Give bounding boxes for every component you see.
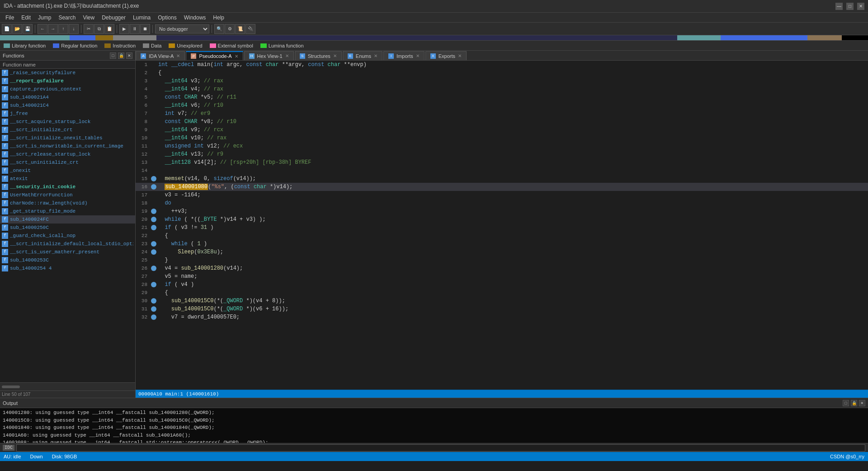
debugger-selector[interactable]: No debugger: [155, 24, 209, 33]
line-num-8: 8: [137, 119, 151, 124]
func-item-6[interactable]: f __scrt_acquire_startup_lock: [0, 118, 135, 126]
functions-float-btn[interactable]: □: [110, 52, 116, 59]
func-item-23[interactable]: f sub_14000253C: [0, 256, 135, 264]
toolbar-script[interactable]: 📜: [235, 24, 245, 34]
toolbar-cut[interactable]: ✂: [84, 24, 94, 34]
menu-help[interactable]: Help: [209, 14, 228, 22]
code-line-21: 21 if ( v3 != 31 ): [136, 224, 868, 232]
code-line-9: 9 __int64 v9; // rcx: [136, 126, 868, 134]
func-item-5[interactable]: f j_free: [0, 109, 135, 118]
functions-list[interactable]: f _raise_securityfailure f __report_gsfa…: [0, 69, 135, 382]
menu-view[interactable]: View: [79, 14, 98, 22]
func-item-12[interactable]: f _onexit: [0, 167, 135, 175]
line-dot-30: [151, 298, 156, 304]
toolbar-down[interactable]: ↓: [69, 24, 79, 34]
func-item-2[interactable]: f capture_previous_context: [0, 85, 135, 93]
tab-label-import: Imports: [396, 53, 413, 59]
menu-lumina[interactable]: Lumina: [129, 14, 154, 22]
toolbar-plugin[interactable]: 🔌: [245, 24, 255, 34]
code-view[interactable]: 1 int __cdecl main(int argc, const char …: [136, 61, 868, 390]
tab-close-struct[interactable]: ✕: [333, 53, 337, 58]
line-code-3: __int64 v3; // rax: [158, 78, 223, 84]
menu-debugger[interactable]: Debugger: [98, 14, 129, 22]
toolbar-stop[interactable]: ⏹: [140, 24, 150, 34]
toolbar-settings[interactable]: ⚙: [225, 24, 235, 34]
func-item-8[interactable]: f __scrt_initialize_onexit_tables: [0, 134, 135, 142]
func-item-10[interactable]: f __scrt_release_startup_lock: [0, 150, 135, 158]
func-name-21: __scrt_initialize_default_local_stdio_op…: [10, 241, 133, 247]
func-item-9[interactable]: f __scrt_is_nonwritable_in_current_image: [0, 142, 135, 150]
minimize-button[interactable]: —: [835, 3, 843, 10]
func-item-24[interactable]: f sub_14000254 4: [0, 264, 135, 272]
toolbar-open[interactable]: 📂: [12, 24, 22, 34]
tab-close-enum[interactable]: ✕: [374, 53, 377, 58]
func-item-22[interactable]: f __scrt_is_user_matherr_present: [0, 248, 135, 256]
output-close-btn[interactable]: ✕: [859, 400, 865, 406]
tab-close-hex[interactable]: ✕: [285, 53, 289, 58]
close-button[interactable]: ✕: [857, 3, 864, 10]
menu-search[interactable]: Search: [55, 14, 79, 22]
func-item-14[interactable]: f __security_init_cookie: [0, 183, 135, 191]
line-num-9: 9: [137, 127, 151, 133]
func-icon-13: f: [2, 176, 8, 182]
line-num-19: 19: [137, 209, 151, 214]
func-item-16[interactable]: f charNode::raw_length(void): [0, 199, 135, 207]
toolbar-back[interactable]: ←: [38, 24, 47, 34]
line-dot-26: [151, 266, 156, 271]
tab-pseudocode[interactable]: P Pseudocode-A ✕: [186, 51, 243, 60]
func-item-11[interactable]: f __scrt_uninitialize_crt: [0, 158, 135, 167]
tab-hex-view[interactable]: H Hex View-1 ✕: [244, 51, 294, 60]
tab-structures[interactable]: S Structures ✕: [295, 51, 342, 60]
tab-exports[interactable]: X Exports ✕: [425, 51, 467, 60]
tab-close-export[interactable]: ✕: [458, 53, 462, 58]
line-dot-8: [151, 119, 156, 124]
func-item-3[interactable]: f sub_1400021A4: [0, 93, 135, 101]
line-code-16: sub_140001080("%s", (const char *)v14);: [158, 184, 292, 190]
func-item-13[interactable]: f atexit: [0, 175, 135, 183]
tab-close-import[interactable]: ✕: [416, 53, 420, 58]
func-item-4[interactable]: f sub_1400021C4: [0, 101, 135, 109]
maximize-button[interactable]: □: [846, 3, 854, 10]
functions-lock-btn[interactable]: 🔒: [118, 52, 124, 59]
toolbar-paste[interactable]: 📋: [104, 24, 114, 34]
idc-input[interactable]: [16, 444, 865, 452]
func-item-18[interactable]: f sub_1400024FC: [0, 215, 135, 224]
tab-ida-view[interactable]: A IDA View-A ✕: [136, 51, 185, 60]
main-area: Functions □ 🔒 ✕ Function name f _raise_s…: [0, 51, 868, 398]
toolbar-run[interactable]: ▶: [119, 24, 129, 34]
func-item-17[interactable]: f _get_startup_file_mode: [0, 207, 135, 215]
menu-windows[interactable]: Windows: [180, 14, 210, 22]
toolbar-save[interactable]: 💾: [23, 24, 33, 34]
legend-external-label: External symbol: [218, 43, 253, 48]
menu-edit[interactable]: Edit: [18, 14, 34, 22]
func-item-0[interactable]: f _raise_securityfailure: [0, 69, 135, 77]
toolbar-forward[interactable]: →: [48, 24, 58, 34]
functions-scrollbar[interactable]: [2, 385, 20, 388]
func-name-1: __report_gsfailure: [10, 78, 64, 84]
toolbar-up[interactable]: ↑: [58, 24, 68, 34]
menu-bar: File Edit Jump Search View Debugger Lumi…: [0, 13, 868, 23]
toolbar-pause[interactable]: ⏸: [130, 24, 140, 34]
menu-file[interactable]: File: [2, 14, 18, 22]
tab-imports[interactable]: I Imports ✕: [383, 51, 425, 60]
menu-options[interactable]: Options: [154, 14, 180, 22]
functions-col-header: Function name: [0, 61, 135, 69]
tab-enums[interactable]: E Enums ✕: [343, 51, 382, 60]
func-item-1[interactable]: f __report_gsfailure: [0, 77, 135, 85]
toolbar-copy[interactable]: ⧉: [94, 24, 104, 34]
output-float-btn[interactable]: □: [843, 400, 849, 406]
func-item-19[interactable]: f sub_14000250C: [0, 224, 135, 232]
func-item-21[interactable]: f __scrt_initialize_default_local_stdio_…: [0, 240, 135, 248]
output-lock-btn[interactable]: 🔒: [851, 400, 857, 406]
toolbar-new[interactable]: 📄: [2, 24, 12, 34]
tab-close-pseudo[interactable]: ✕: [235, 54, 238, 59]
line-num-16: 16: [137, 184, 151, 190]
functions-close-btn[interactable]: ✕: [126, 52, 132, 59]
tab-close-ida[interactable]: ✕: [176, 53, 180, 58]
func-icon-5: f: [2, 110, 8, 117]
func-item-20[interactable]: f _guard_check_icall_nop: [0, 232, 135, 240]
func-item-7[interactable]: f __scrt_initialize_crt: [0, 126, 135, 134]
func-item-15[interactable]: f UserMathErrorFunction: [0, 191, 135, 199]
menu-jump[interactable]: Jump: [34, 14, 55, 22]
toolbar-search[interactable]: 🔍: [214, 24, 224, 34]
